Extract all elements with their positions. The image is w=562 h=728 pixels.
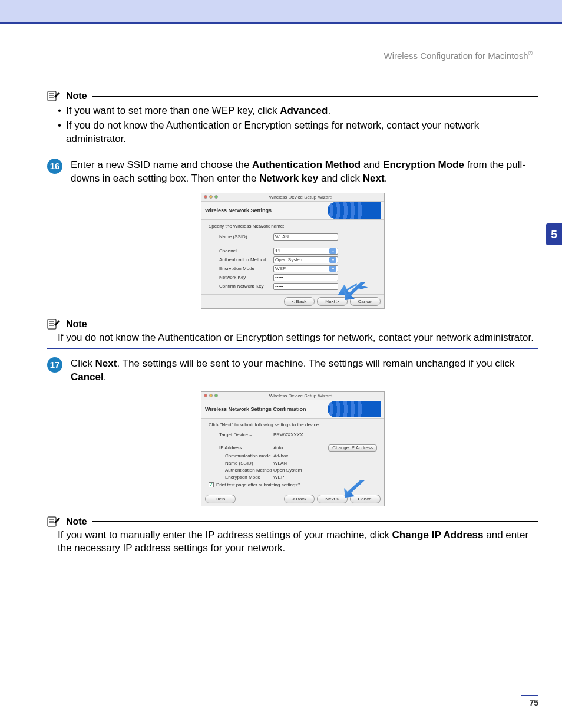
zoom-icon[interactable] xyxy=(214,394,218,397)
note-heading-row: Note xyxy=(47,318,538,330)
print-test-checkbox[interactable]: ✓ xyxy=(209,482,214,487)
note1-bullet-2: If you do not know the Authentication or… xyxy=(58,119,538,146)
wizard-titlebar: Wireless Device Setup Wizard xyxy=(201,392,384,400)
help-button[interactable]: Help xyxy=(205,495,236,503)
step-17-text: Click Next. The settings will be sent to… xyxy=(71,357,538,384)
note-rule xyxy=(92,521,538,522)
wizard-heading: Wireless Network Settings xyxy=(205,207,272,213)
chapter-tab: 5 xyxy=(546,223,562,245)
ssid-label: Name (SSID) xyxy=(209,460,273,466)
step-16: 16 Enter a new SSID name and choose the … xyxy=(47,159,538,186)
step-17: 17 Click Next. The settings will be sent… xyxy=(47,357,538,384)
registered-mark: ® xyxy=(528,50,533,57)
comm-value: Ad-hoc xyxy=(273,453,288,459)
wizard-title: Wireless Device Setup Wizard xyxy=(220,195,382,200)
note-rule xyxy=(92,324,538,324)
enc-value: WEP xyxy=(273,475,284,480)
enc-label: Encryption Mode xyxy=(209,266,273,271)
page-number: 75 xyxy=(521,695,538,707)
wizard1-wrap: Wireless Device Setup Wizard Wireless Ne… xyxy=(47,193,538,309)
top-bar xyxy=(0,0,562,24)
wizard-settings-dialog: Wireless Device Setup Wizard Wireless Ne… xyxy=(201,193,385,309)
wizard2-wrap: Wireless Device Setup Wizard Wireless Ne… xyxy=(47,391,538,506)
chevron-down-icon: ▾ xyxy=(329,266,336,272)
svg-rect-0 xyxy=(48,91,56,101)
comm-label: Communication mode xyxy=(209,453,273,459)
step-16-text: Enter a new SSID name and choose the Aut… xyxy=(71,159,538,186)
note1-bullets: If you want to set more than one WEP key… xyxy=(47,104,538,146)
note-icon xyxy=(47,318,61,330)
note-close-rule xyxy=(47,150,538,150)
ip-label: IP Address xyxy=(209,445,273,450)
key-input[interactable]: ••••• xyxy=(273,274,338,281)
wizard-heading: Wireless Network Settings Confirmation xyxy=(205,406,306,412)
auth-value: Open System xyxy=(273,467,302,473)
step-17-badge: 17 xyxy=(47,357,62,373)
step-16-badge: 16 xyxy=(47,159,62,174)
wizard-header: Wireless Network Settings Confirmation xyxy=(201,400,384,419)
close-icon[interactable] xyxy=(204,195,207,199)
back-button[interactable]: < Back xyxy=(284,297,315,306)
minimize-icon[interactable] xyxy=(209,195,213,199)
note1-bullet-1: If you want to set more than one WEP key… xyxy=(58,104,538,118)
arrow-icon xyxy=(338,480,368,498)
auth-select[interactable]: Open System▾ xyxy=(273,256,338,263)
chevron-down-icon: ▾ xyxy=(329,248,336,254)
enc-label: Encryption Mode xyxy=(209,475,273,480)
ckey-label: Confirm Network Key xyxy=(209,284,273,289)
enc-select[interactable]: WEP▾ xyxy=(273,265,338,272)
channel-label: Channel xyxy=(209,248,273,253)
wizard-header: Wireless Network Settings xyxy=(201,201,384,220)
note-rule xyxy=(92,96,538,97)
svg-rect-11 xyxy=(48,517,56,526)
close-icon[interactable] xyxy=(204,394,207,397)
note-label: Note xyxy=(66,319,87,330)
minimize-icon[interactable] xyxy=(209,394,213,397)
wireless-graphic xyxy=(328,401,381,417)
note-label: Note xyxy=(66,91,87,101)
note3-text: If you want to manually enter the IP add… xyxy=(47,529,538,556)
back-button[interactable]: < Back xyxy=(284,495,315,503)
wizard-instruction: Click "Next" to submit following setting… xyxy=(209,422,377,427)
chevron-down-icon: ▾ xyxy=(329,257,336,263)
note-heading-row: Note xyxy=(47,516,538,528)
wireless-graphic xyxy=(328,202,381,219)
channel-select[interactable]: 11▾ xyxy=(273,248,338,255)
ckey-input[interactable]: ••••• xyxy=(273,283,338,290)
wizard-confirmation-dialog: Wireless Device Setup Wizard Wireless Ne… xyxy=(201,391,385,506)
ip-value: Auto xyxy=(273,445,315,450)
note-heading-row: Note xyxy=(47,90,538,102)
page-header: Wireless Configuration for Macintosh® xyxy=(47,50,538,61)
wizard-instruction: Specify the Wireless Network name: xyxy=(209,223,377,229)
wizard-title: Wireless Device Setup Wizard xyxy=(220,393,382,398)
ssid-label: Name (SSID) xyxy=(209,234,273,239)
zoom-icon[interactable] xyxy=(214,195,218,199)
note-icon xyxy=(47,90,61,102)
ssid-value: WLAN xyxy=(273,460,287,466)
svg-rect-6 xyxy=(48,319,56,329)
auth-label: Authentication Method xyxy=(209,467,273,473)
page-content: Wireless Configuration for Macintosh® No… xyxy=(0,24,562,559)
print-test-label: Print test page after submitting setting… xyxy=(216,482,300,487)
arrow-icon xyxy=(338,282,368,300)
auth-label: Authentication Method xyxy=(209,257,273,262)
note-close-rule xyxy=(47,348,538,349)
note-label: Note xyxy=(66,516,87,527)
svg-marker-10 xyxy=(344,480,365,498)
target-label: Target Device = xyxy=(209,432,273,437)
note2-text: If you do not know the Authentication or… xyxy=(47,331,538,345)
ssid-input[interactable]: WLAN xyxy=(273,233,338,241)
wizard-titlebar: Wireless Device Setup Wizard xyxy=(201,193,384,201)
target-value: BRWXXXXXX xyxy=(273,432,303,437)
note-close-rule xyxy=(47,559,538,559)
note-icon xyxy=(47,516,61,528)
key-label: Network Key xyxy=(209,275,273,280)
header-text: Wireless Configuration for Macintosh xyxy=(384,51,528,61)
change-ip-button[interactable]: Change IP Address xyxy=(328,444,377,452)
